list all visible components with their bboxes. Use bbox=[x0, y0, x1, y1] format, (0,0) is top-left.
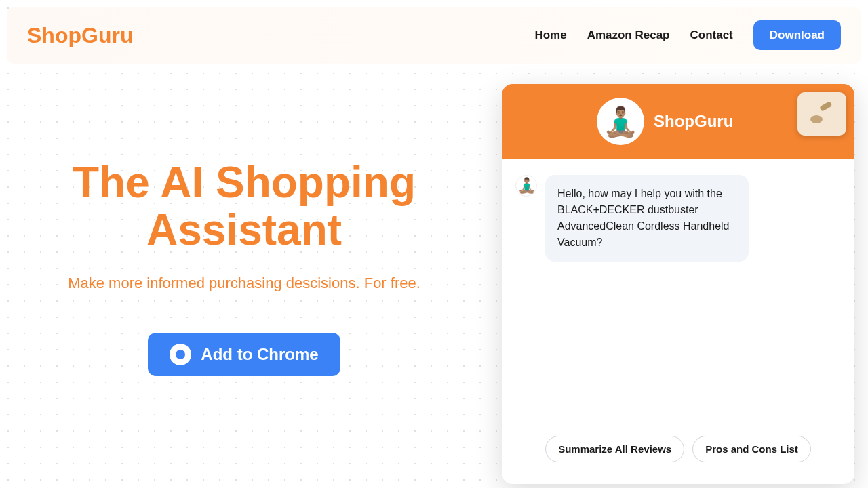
svg-rect-1 bbox=[819, 101, 833, 112]
chrome-btn-label: Add to Chrome bbox=[201, 345, 318, 364]
product-thumbnail[interactable] bbox=[797, 92, 846, 136]
chrome-icon bbox=[170, 344, 191, 365]
hero-section: The AI Shopping Assistant Make more info… bbox=[14, 84, 475, 484]
chat-widget: 🧘🏽‍♂️ ShopGuru 🧘🏽‍♂️ Hello, how may I he… bbox=[502, 84, 854, 484]
suggestion-chips: Summarize All Reviews Pros and Cons List bbox=[515, 436, 841, 462]
guru-avatar-icon: 🧘🏽‍♂️ bbox=[597, 98, 644, 145]
main-content: The AI Shopping Assistant Make more info… bbox=[0, 64, 868, 484]
chip-pros-cons[interactable]: Pros and Cons List bbox=[692, 436, 811, 462]
nav-contact[interactable]: Contact bbox=[690, 28, 733, 42]
message-avatar-icon: 🧘🏽‍♂️ bbox=[515, 175, 537, 197]
hero-title: The AI Shopping Assistant bbox=[14, 159, 475, 254]
chat-body: 🧘🏽‍♂️ Hello, how may I help you with the… bbox=[502, 159, 854, 428]
download-button[interactable]: Download bbox=[753, 20, 841, 50]
vacuum-icon bbox=[808, 100, 835, 127]
chat-title: ShopGuru bbox=[654, 112, 733, 131]
nav-amazon-recap[interactable]: Amazon Recap bbox=[587, 28, 670, 42]
message-row: 🧘🏽‍♂️ Hello, how may I help you with the… bbox=[515, 175, 841, 262]
navbar: ShopGuru Home Amazon Recap Contact Downl… bbox=[7, 7, 861, 64]
svg-point-0 bbox=[810, 115, 823, 123]
hero-subtitle: Make more informed purchasing descisions… bbox=[14, 274, 475, 292]
chat-header: 🧘🏽‍♂️ ShopGuru bbox=[502, 84, 854, 159]
nav-home[interactable]: Home bbox=[534, 28, 566, 42]
add-to-chrome-button[interactable]: Add to Chrome bbox=[148, 333, 340, 376]
assistant-message: Hello, how may I help you with the BLACK… bbox=[545, 175, 749, 262]
nav-links: Home Amazon Recap Contact Download bbox=[534, 20, 841, 50]
chat-footer: Summarize All Reviews Pros and Cons List bbox=[502, 428, 854, 484]
logo[interactable]: ShopGuru bbox=[27, 23, 133, 48]
chip-summarize-reviews[interactable]: Summarize All Reviews bbox=[545, 436, 684, 462]
